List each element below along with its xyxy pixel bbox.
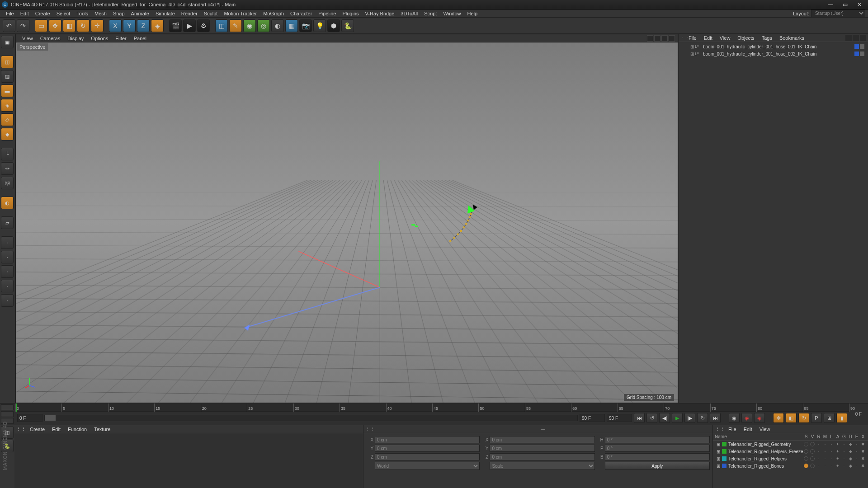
- flag-icon[interactable]: ·: [823, 442, 827, 446]
- expand-icon[interactable]: ⊞: [717, 456, 722, 461]
- flag-icon[interactable]: [810, 449, 815, 454]
- texture-mode-button[interactable]: ▨: [1, 70, 14, 83]
- expand-icon[interactable]: ⊞: [717, 464, 722, 469]
- menu-mograph[interactable]: MoGraph: [260, 10, 287, 17]
- minimize-button[interactable]: —: [827, 1, 834, 8]
- flag-icon[interactable]: ·: [854, 449, 859, 454]
- menu-plugins[interactable]: Plugins: [339, 10, 362, 17]
- flag-icon[interactable]: ·: [823, 456, 827, 461]
- om-menu-view[interactable]: View: [716, 34, 734, 42]
- om-menu-bookmarks[interactable]: Bookmarks: [776, 34, 808, 42]
- attr-row[interactable]: ⊞ Telehandler_Rigged_Geometry · · · ✦ · …: [713, 441, 868, 448]
- menu-pipeline[interactable]: Pipeline: [315, 10, 339, 17]
- om-menu-edit[interactable]: Edit: [700, 34, 716, 42]
- flag-icon[interactable]: ✦: [835, 456, 840, 461]
- workplane-button[interactable]: ▬: [1, 84, 14, 97]
- scrub-handle[interactable]: [45, 415, 56, 421]
- render-view-button[interactable]: 🎬: [169, 19, 182, 32]
- vp-menu-cameras[interactable]: Cameras: [37, 35, 64, 42]
- mat-menu-texture[interactable]: Texture: [90, 426, 114, 433]
- flag-icon[interactable]: ·: [816, 449, 821, 454]
- coord-p-input[interactable]: [605, 445, 710, 452]
- flag-icon[interactable]: ·: [816, 456, 821, 461]
- keyframe-button[interactable]: ◉: [754, 413, 765, 423]
- mat-menu-edit[interactable]: Edit: [48, 426, 64, 433]
- flag-icon[interactable]: ◆: [848, 449, 853, 454]
- render-settings-button[interactable]: ⚙: [197, 19, 210, 32]
- flag-icon[interactable]: ·: [829, 464, 834, 468]
- material-list[interactable]: [14, 433, 363, 488]
- flag-icon[interactable]: ·: [816, 442, 821, 446]
- menu-vray[interactable]: V-Ray Bridge: [362, 10, 398, 17]
- flag-icon[interactable]: [810, 456, 815, 461]
- coord-z-input[interactable]: [375, 453, 480, 460]
- rotate-tool-button[interactable]: ↻: [77, 19, 90, 32]
- flag-icon[interactable]: ◆: [848, 442, 853, 446]
- menu-animate[interactable]: Animate: [128, 10, 152, 17]
- maximize-button[interactable]: ▭: [842, 1, 848, 8]
- frame-start-input[interactable]: [17, 414, 42, 422]
- om-menu-file[interactable]: File: [685, 34, 700, 42]
- om-view-icon[interactable]: [853, 35, 859, 41]
- attribute-list[interactable]: ⊞ Telehandler_Rigged_Geometry · · · ✦ · …: [713, 441, 868, 488]
- coord-sz-input[interactable]: [490, 453, 594, 460]
- layer-name[interactable]: Telehandler_Rigged_Bones: [728, 464, 804, 469]
- prev-key-button[interactable]: ↺: [646, 413, 657, 423]
- y-axis-button[interactable]: Y: [123, 19, 136, 32]
- layer-name[interactable]: Telehandler_Rigged_Helpers: [728, 456, 804, 461]
- prev-frame-button[interactable]: ◀|: [659, 413, 670, 423]
- vp-menu-display[interactable]: Display: [64, 35, 87, 42]
- misc-5-button[interactable]: ·: [1, 294, 14, 307]
- tag-icon[interactable]: [860, 44, 864, 49]
- flag-icon[interactable]: ◆: [848, 456, 853, 461]
- menu-edit[interactable]: Edit: [17, 10, 32, 17]
- layout-dropdown[interactable]: Startup (User): [811, 9, 865, 17]
- menu-character[interactable]: Character: [287, 10, 315, 17]
- om-menu-tags[interactable]: Tags: [758, 34, 776, 42]
- rot-key-button[interactable]: ↻: [798, 413, 809, 423]
- menu-help[interactable]: Help: [464, 10, 481, 17]
- model-mode-button[interactable]: ◫: [1, 56, 14, 68]
- coord-h-input[interactable]: [605, 436, 710, 443]
- flag-icon[interactable]: ·: [829, 456, 834, 461]
- om-path-icon[interactable]: [860, 35, 866, 41]
- vp-menu-view[interactable]: View: [19, 35, 37, 42]
- menu-3dtoall[interactable]: 3DToAll: [397, 10, 421, 17]
- vp-menu-filter[interactable]: Filter: [112, 35, 130, 42]
- z-axis-button[interactable]: Z: [137, 19, 150, 32]
- flag-icon[interactable]: ·: [842, 442, 846, 446]
- layer-name[interactable]: Telehandler_Rigged_Helpers_Freeze: [728, 449, 804, 454]
- flag-icon[interactable]: ◆: [848, 464, 853, 468]
- viewport-canvas[interactable]: [16, 42, 678, 403]
- coord-system-button[interactable]: ◈: [151, 19, 164, 32]
- coord-apply-button[interactable]: Apply: [605, 462, 710, 470]
- menu-snap[interactable]: Snap: [110, 10, 128, 17]
- layer-color-icon[interactable]: [722, 449, 726, 454]
- tag-icon[interactable]: [860, 52, 864, 56]
- expand-icon[interactable]: ⊞: [717, 442, 722, 447]
- attr-row[interactable]: ⊞ Telehandler_Rigged_Helpers_Freeze · · …: [713, 448, 868, 455]
- flag-icon[interactable]: ✖: [861, 449, 865, 454]
- scrub-bar[interactable]: [44, 415, 578, 421]
- coord-sx-input[interactable]: [490, 436, 594, 443]
- coord-sy-input[interactable]: [490, 445, 594, 452]
- vp-nav-zoom-icon[interactable]: [654, 35, 660, 42]
- flag-icon[interactable]: [810, 464, 815, 468]
- menu-window[interactable]: Window: [440, 10, 464, 17]
- array-button[interactable]: ◎: [257, 19, 270, 32]
- tag-icon[interactable]: [854, 44, 859, 49]
- next-frame-button[interactable]: |▶: [684, 413, 695, 423]
- expand-icon[interactable]: ⊞: [717, 449, 722, 454]
- flag-icon[interactable]: [804, 464, 808, 468]
- menu-select[interactable]: Select: [53, 10, 74, 17]
- light-button[interactable]: 💡: [313, 19, 326, 32]
- coord-scale-select[interactable]: Scale: [490, 462, 594, 470]
- tl-icon-1[interactable]: [1, 404, 14, 410]
- point-mode-button[interactable]: ◈: [1, 99, 14, 112]
- layer-color-icon[interactable]: [722, 456, 726, 461]
- misc-4-button[interactable]: ·: [1, 280, 14, 292]
- om-search-icon[interactable]: [845, 35, 852, 41]
- vp-menu-options[interactable]: Options: [87, 35, 112, 42]
- flag-icon[interactable]: ✖: [861, 464, 865, 468]
- axis-button[interactable]: └: [1, 148, 14, 160]
